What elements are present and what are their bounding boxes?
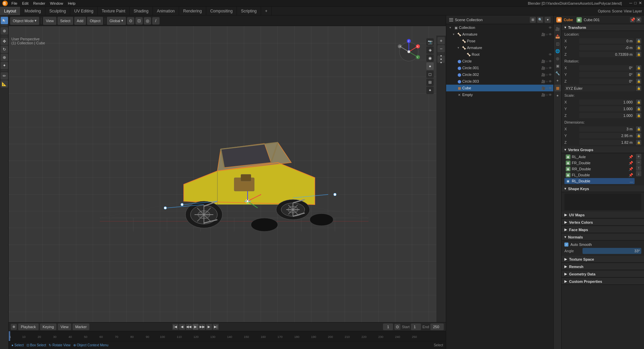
menu-window[interactable]: Window — [48, 1, 65, 6]
collection-eye-icon[interactable]: 👁 — [549, 26, 552, 30]
scene-label[interactable]: Scene — [612, 9, 622, 13]
tab-layout[interactable]: Layout — [0, 7, 20, 15]
dim-x-input[interactable]: 3 m — [579, 126, 634, 132]
empty-eye-icon[interactable]: 👁 — [549, 93, 552, 97]
current-frame-display[interactable]: 1 — [383, 323, 393, 330]
scale-z-input[interactable]: 1.000 — [579, 113, 634, 118]
outliner-circle002[interactable]: ⬤ Circle.002 🎥 ○ 👁 — [446, 71, 553, 78]
view-layer-tab-icon[interactable]: ◫ — [554, 40, 561, 47]
outliner-collection[interactable]: ▾ ▣ Collection 👁 — [446, 24, 553, 31]
end-frame-input[interactable]: 250 — [430, 323, 444, 330]
timeline-mode-btn[interactable]: ⊕ — [11, 324, 17, 330]
mode-select-btn[interactable]: Object Mode ▾ — [10, 17, 39, 25]
material-preview-btn[interactable]: ◉ — [426, 54, 434, 62]
zoom-in-btn[interactable]: + — [437, 37, 445, 44]
sync-btn[interactable]: / — [152, 17, 160, 25]
scale-tool-btn[interactable]: ⊕ — [1, 54, 8, 61]
vg-add-btn[interactable]: + — [636, 154, 641, 159]
c002-hide-icon[interactable]: ○ — [546, 73, 548, 77]
vg-fr-double[interactable]: ▦ FR_Double 📌 — [564, 160, 635, 166]
c001-cam-icon[interactable]: 🎥 — [541, 66, 545, 70]
overlay-btn[interactable]: ⊞ — [426, 79, 434, 86]
output-tab-icon[interactable]: 📤 — [554, 33, 561, 40]
vg-remove-btn[interactable]: − — [636, 160, 641, 165]
goto-end-btn[interactable]: ▶| — [213, 324, 219, 330]
maximize-btn[interactable]: □ — [634, 1, 637, 5]
gd-section-header[interactable]: ▶ Geometry Data — [562, 271, 644, 277]
tab-modeling[interactable]: Modeling — [20, 7, 45, 15]
view-tool-btn[interactable]: ●●● — [437, 55, 445, 63]
transform-tool-btn[interactable]: ✦ — [1, 62, 8, 69]
menu-file[interactable]: File — [9, 1, 19, 6]
euler-lock[interactable]: 🔒 — [636, 86, 641, 91]
vg-rl-axle[interactable]: ▦ RL_Axle 📌 — [564, 154, 635, 160]
scale-y-lock[interactable]: 🔒 — [636, 106, 641, 112]
menu-help[interactable]: Help — [66, 1, 78, 6]
zoom-out-btn[interactable]: − — [437, 45, 445, 52]
tab-add[interactable]: + — [261, 7, 272, 15]
tab-scripting[interactable]: Scripting — [237, 7, 261, 15]
sk-section-header[interactable]: ▾ Shape Keys — [562, 185, 644, 192]
outliner-pose[interactable]: 🦴 Pose — [446, 38, 553, 44]
loc-y-input[interactable]: -0 m — [579, 45, 634, 50]
select-tool-btn[interactable] — [1, 17, 8, 24]
outliner-armature[interactable]: ▾ 🦴 Armature 🎥 ○ 👁 — [446, 31, 553, 38]
particles-tab-icon[interactable]: ✦ — [554, 77, 561, 84]
measure-btn[interactable]: 📐 — [1, 80, 8, 88]
play-reverse-btn[interactable]: ◀◀ — [186, 324, 192, 330]
vg-section-header[interactable]: ▾ Vertex Groups — [562, 146, 644, 153]
dim-y-input[interactable]: 2.95 m — [579, 133, 634, 138]
vg-fl-double[interactable]: ▦ FL_Double 📌 — [564, 172, 635, 178]
tab-rendering[interactable]: Rendering — [179, 7, 206, 15]
rot-x-input[interactable]: 0° — [579, 65, 634, 71]
start-frame-input[interactable]: 1 — [411, 323, 421, 330]
rot-y-lock[interactable]: 🔒 — [636, 72, 641, 77]
circ-cam-icon[interactable]: 🎥 — [541, 59, 545, 63]
timeline-track[interactable]: 1 10 20 30 40 50 60 70 80 90 100 — [9, 331, 446, 341]
dim-z-input[interactable]: 1.82 m — [579, 140, 634, 145]
rot-z-input[interactable]: 0° — [579, 79, 634, 84]
vg-up-btn[interactable]: ↑ — [636, 165, 641, 171]
tab-animation[interactable]: Animation — [153, 7, 179, 15]
proportional-edit-btn[interactable]: ⊙ — [127, 17, 134, 25]
annotate-btn[interactable]: ✏ — [1, 72, 8, 80]
menu-edit[interactable]: Edit — [20, 1, 31, 6]
select-menu-btn[interactable]: Select — [57, 17, 73, 25]
angle-input[interactable]: 33° — [583, 248, 641, 254]
tl-view-btn[interactable]: View — [58, 323, 71, 330]
loc-z-input[interactable]: 0.73359 m — [579, 52, 634, 57]
root-eye-icon[interactable]: 👁 — [549, 53, 552, 56]
keying-menu-btn[interactable]: Keying — [40, 323, 57, 330]
scale-x-input[interactable]: 1.000 — [579, 99, 634, 105]
view-menu-btn[interactable]: View — [43, 17, 56, 25]
viewport-main[interactable]: User Perspective (1) Collection | Cube X — [9, 26, 446, 322]
euler-select[interactable]: XYZ Euler — [564, 85, 635, 91]
play-btn[interactable]: ▶ — [192, 324, 199, 330]
tab-shading[interactable]: Shading — [130, 7, 153, 15]
play-forward-btn[interactable]: ▶▶ — [199, 324, 205, 330]
camera-view-btn[interactable]: 📷 — [426, 38, 434, 46]
prop-pin-btn[interactable]: 📌 — [630, 17, 635, 23]
loc-z-lock[interactable]: 🔒 — [636, 52, 641, 57]
normals-section-header[interactable]: ▾ Normals — [562, 234, 644, 241]
object-menu-btn[interactable]: Object — [87, 17, 103, 25]
cube-cam-icon[interactable]: 🎥 — [541, 86, 545, 90]
add-menu-btn[interactable]: Add — [74, 17, 86, 25]
tab-texture-paint[interactable]: Texture Paint — [98, 7, 130, 15]
loc-x-lock[interactable]: 🔒 — [636, 38, 641, 44]
arm-eye-icon[interactable]: 👁 — [549, 33, 552, 36]
uv-section-header[interactable]: ▶ UV Maps — [562, 212, 644, 218]
minimize-btn[interactable]: ─ — [629, 1, 632, 5]
circ-eye-icon[interactable]: 👁 — [549, 59, 552, 63]
mesh-data-tab-icon[interactable]: ▦ — [554, 85, 561, 91]
prop-close-btn[interactable]: ✕ — [636, 17, 641, 23]
ts-section-header[interactable]: ▶ Texture Space — [562, 256, 644, 263]
empty-hide-icon[interactable]: ○ — [546, 93, 548, 97]
options-label[interactable]: Options — [598, 9, 611, 13]
outliner-circle003[interactable]: ⬤ Circle.003 🎥 ○ 👁 — [446, 78, 553, 85]
snap-btn[interactable]: ⊡ — [135, 17, 143, 25]
tab-uv-editing[interactable]: UV Editing — [70, 7, 98, 15]
outliner-circle001[interactable]: ⬤ Circle.001 🎥 ○ 👁 — [446, 64, 553, 71]
vg-rr-pin[interactable]: 📌 — [629, 167, 633, 171]
goto-start-btn[interactable]: |◀ — [172, 324, 178, 330]
